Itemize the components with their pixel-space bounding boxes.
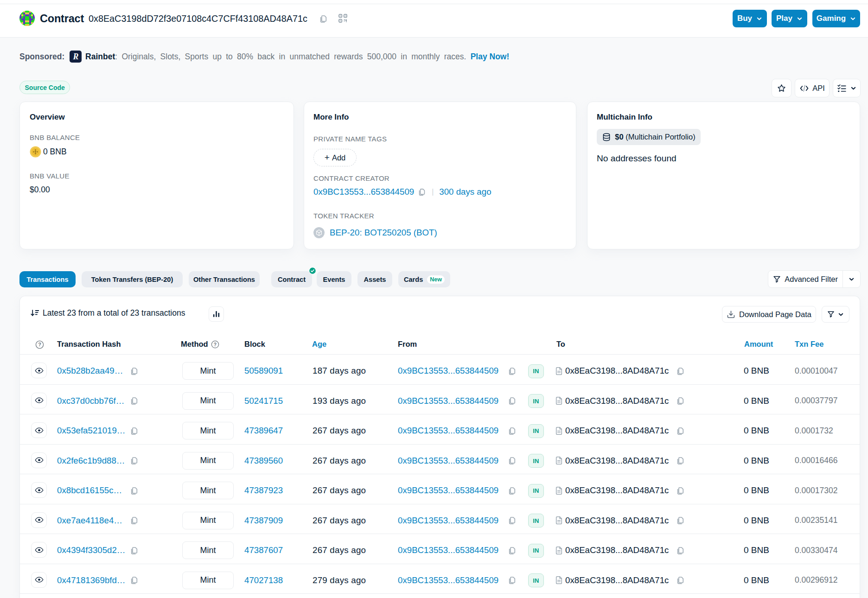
- svg-text:R: R: [73, 52, 79, 61]
- svg-text:?: ?: [213, 342, 216, 347]
- svg-text:?: ?: [38, 342, 41, 347]
